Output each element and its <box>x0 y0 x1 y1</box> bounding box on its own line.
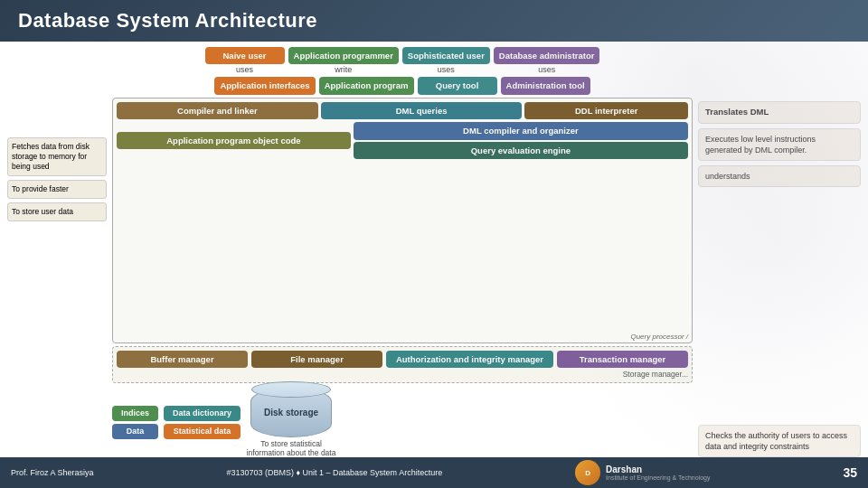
annotation-executes-low: Executes low level instructions generate… <box>698 128 861 161</box>
statistical-data-box: Statistical data <box>164 424 241 439</box>
understands-text: understands <box>705 172 750 181</box>
app-programmer-sublabel: write <box>335 65 352 74</box>
footer-professor: Prof. Firoz A Sherasiya <box>11 468 94 477</box>
storage-manager-label: Storage manager... <box>117 370 688 379</box>
slide: Database System Architecture Fetches dat… <box>0 0 868 488</box>
sophisticated-user-sublabel: uses <box>438 65 455 74</box>
processor-bottom-items: Application program object code DML comp… <box>117 122 688 159</box>
footer-course: #3130703 (DBMS) ♦ Unit 1 – Database Syst… <box>226 468 442 477</box>
auth-integrity-box: Authorization and integrity manager <box>386 351 553 368</box>
sophisticated-user-block: Sophisticated user uses <box>402 47 490 74</box>
right-annotations: Translates DML Executes low level instru… <box>698 47 861 457</box>
indices-box: Indices <box>112 406 158 421</box>
storage-row: Buffer manager File manager Authorizatio… <box>117 351 688 368</box>
naive-user-sublabel: uses <box>236 65 253 74</box>
slide-title: Database System Architecture <box>18 9 317 32</box>
footer-logo: D Darshan Institute of Engineering & Tec… <box>575 460 710 485</box>
app-obj-code-box: Application program object code <box>117 132 351 149</box>
annotation-checks-authority: Checks the authority of users to access … <box>698 425 861 457</box>
annotation-translates-dml: Translates DML <box>698 101 861 124</box>
disk-items-right: Data dictionary Statistical data <box>164 406 241 439</box>
storage-manager-section: Buffer manager File manager Authorizatio… <box>112 346 693 383</box>
query-eval-engine-box: Query evaluation engine <box>354 142 688 159</box>
annotation-store-user-data: To store user data <box>7 202 107 221</box>
processor-top-items: Compiler and linker DML queries DDL inte… <box>117 102 688 119</box>
db-admin-block: Database administrator uses <box>494 47 600 74</box>
logo-subtext: Institute of Engineering & Technology <box>606 474 710 481</box>
slide-header: Database System Architecture <box>0 0 868 42</box>
annotation-spacer <box>698 192 861 419</box>
disk-items-left: Indices Data <box>112 406 158 439</box>
buffer-manager-box: Buffer manager <box>117 351 248 368</box>
file-manager-box: File manager <box>251 351 382 368</box>
app-interfaces-box: Application interfaces <box>214 77 315 94</box>
db-admin-box: Database administrator <box>494 47 600 64</box>
disk-cylinder: Disk storage <box>250 388 332 437</box>
annotation-understands: understands <box>698 165 861 187</box>
ddl-interpreter-box: DDL interpreter <box>524 102 688 119</box>
dml-compiler-box: DML compiler and organizer <box>354 122 688 139</box>
footer-page-number: 35 <box>843 465 857 480</box>
data-dictionary-box: Data dictionary <box>164 406 241 421</box>
app-program-box: Application program <box>319 77 414 94</box>
naive-user-block: Naive user uses <box>205 47 285 74</box>
app-programmer-box: Application programmer <box>288 47 399 64</box>
db-admin-sublabel: uses <box>538 65 555 74</box>
app-programmer-block: Application programmer write <box>288 47 399 74</box>
translates-dml-title: Translates DML <box>705 107 854 118</box>
query-processor-label: Query processor / <box>630 333 688 341</box>
annotation-provide-faster: To provide faster <box>7 180 107 199</box>
users-row: Naive user uses Application programmer w… <box>112 47 693 74</box>
footer: Prof. Firoz A Sherasiya #3130703 (DBMS) … <box>0 457 868 488</box>
disk-area: Indices Data Data dictionary Statistical… <box>112 388 693 457</box>
query-processor-section: Compiler and linker DML queries DDL inte… <box>112 98 693 343</box>
tools-row: Application interfaces Application progr… <box>112 77 693 94</box>
disk-label: Disk storage <box>264 408 318 418</box>
disk-cylinder-group: Disk storage To store statistical inform… <box>246 388 336 457</box>
darshan-logo-icon: D <box>575 460 600 485</box>
admin-tool-box: Administration tool <box>501 77 590 94</box>
center-diagram: Naive user uses Application programmer w… <box>112 47 693 457</box>
naive-user-box: Naive user <box>205 47 285 64</box>
transaction-manager-box: Transaction manager <box>557 351 688 368</box>
checks-authority-text: Checks the authority of users to access … <box>705 431 847 451</box>
data-box: Data <box>112 424 158 439</box>
left-annotations: Fetches data from disk storage to memory… <box>7 47 107 457</box>
executes-low-text: Executes low level instructions generate… <box>705 135 816 155</box>
query-tool-box: Query tool <box>418 77 497 94</box>
sophisticated-user-box: Sophisticated user <box>402 47 490 64</box>
processor-left: Compiler and linker DML queries DDL inte… <box>117 102 688 159</box>
disk-sublabel: To store statistical information about t… <box>246 439 336 457</box>
dml-queries-box: DML queries <box>321 102 523 119</box>
annotation-fetches-data: Fetches data from disk storage to memory… <box>7 137 107 176</box>
logo-text-group: Darshan Institute of Engineering & Techn… <box>606 465 710 481</box>
compiler-linker-box: Compiler and linker <box>117 102 318 119</box>
processor-row1: Compiler and linker DML queries DDL inte… <box>117 102 688 159</box>
dml-group: DML compiler and organizer Query evaluat… <box>354 122 688 159</box>
logo-name: Darshan <box>606 465 710 474</box>
